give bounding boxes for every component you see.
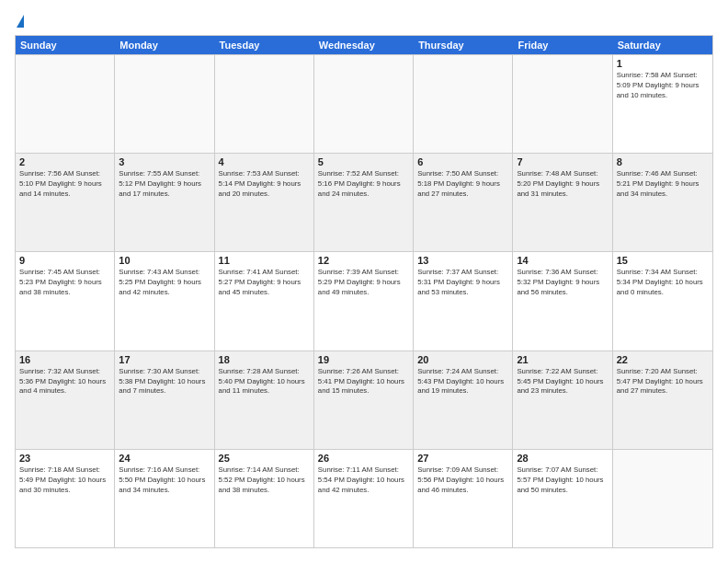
- day-info: Sunrise: 7:58 AM Sunset: 5:09 PM Dayligh…: [617, 71, 709, 101]
- calendar-cell: 8Sunrise: 7:46 AM Sunset: 5:21 PM Daylig…: [613, 154, 712, 251]
- day-number: 19: [318, 354, 409, 365]
- day-info: Sunrise: 7:16 AM Sunset: 5:50 PM Dayligh…: [119, 465, 210, 496]
- day-number: 26: [318, 453, 409, 464]
- calendar-cell: [613, 450, 712, 547]
- day-info: Sunrise: 7:53 AM Sunset: 5:14 PM Dayligh…: [219, 169, 310, 200]
- page: SundayMondayTuesdayWednesdayThursdayFrid…: [0, 0, 728, 563]
- day-info: Sunrise: 7:09 AM Sunset: 5:56 PM Dayligh…: [417, 465, 508, 496]
- calendar-cell: 25Sunrise: 7:14 AM Sunset: 5:52 PM Dayli…: [215, 450, 314, 547]
- calendar-cell: 21Sunrise: 7:22 AM Sunset: 5:45 PM Dayli…: [513, 351, 612, 449]
- day-info: Sunrise: 7:56 AM Sunset: 5:10 PM Dayligh…: [19, 169, 110, 200]
- day-info: Sunrise: 7:45 AM Sunset: 5:23 PM Dayligh…: [19, 268, 110, 298]
- day-number: 13: [417, 255, 508, 266]
- calendar-cell: 17Sunrise: 7:30 AM Sunset: 5:38 PM Dayli…: [115, 351, 214, 449]
- day-number: 3: [119, 156, 210, 167]
- day-info: Sunrise: 7:07 AM Sunset: 5:57 PM Dayligh…: [517, 465, 608, 496]
- day-info: Sunrise: 7:32 AM Sunset: 5:36 PM Dayligh…: [19, 367, 110, 397]
- weekday-header: Wednesday: [314, 36, 414, 54]
- calendar-cell: 23Sunrise: 7:18 AM Sunset: 5:49 PM Dayli…: [16, 450, 115, 547]
- calendar-cell: [215, 55, 314, 153]
- calendar-cell: [16, 55, 115, 153]
- day-number: 20: [417, 354, 508, 365]
- logo-triangle-icon: [17, 15, 24, 28]
- day-number: 16: [19, 354, 110, 365]
- day-info: Sunrise: 7:50 AM Sunset: 5:18 PM Dayligh…: [417, 169, 508, 200]
- day-number: 25: [219, 453, 310, 464]
- day-number: 4: [219, 156, 310, 167]
- day-number: 1: [617, 58, 709, 69]
- weekday-header: Friday: [513, 36, 612, 54]
- day-number: 27: [417, 453, 508, 464]
- calendar-cell: 14Sunrise: 7:36 AM Sunset: 5:32 PM Dayli…: [513, 252, 612, 350]
- calendar-cell: 20Sunrise: 7:24 AM Sunset: 5:43 PM Dayli…: [414, 351, 513, 449]
- calendar-cell: 2Sunrise: 7:56 AM Sunset: 5:10 PM Daylig…: [16, 154, 115, 251]
- calendar-cell: 6Sunrise: 7:50 AM Sunset: 5:18 PM Daylig…: [414, 154, 513, 251]
- day-info: Sunrise: 7:11 AM Sunset: 5:54 PM Dayligh…: [318, 465, 409, 496]
- calendar-cell: 19Sunrise: 7:26 AM Sunset: 5:41 PM Dayli…: [314, 351, 414, 449]
- weekday-header: Sunday: [16, 36, 115, 54]
- day-info: Sunrise: 7:28 AM Sunset: 5:40 PM Dayligh…: [219, 367, 310, 397]
- calendar-row: 1Sunrise: 7:58 AM Sunset: 5:09 PM Daylig…: [16, 54, 712, 153]
- calendar-cell: 15Sunrise: 7:34 AM Sunset: 5:34 PM Dayli…: [613, 252, 712, 350]
- calendar-cell: [314, 55, 414, 153]
- day-info: Sunrise: 7:24 AM Sunset: 5:43 PM Dayligh…: [417, 367, 508, 397]
- calendar-cell: 3Sunrise: 7:55 AM Sunset: 5:12 PM Daylig…: [115, 154, 214, 251]
- calendar-header: SundayMondayTuesdayWednesdayThursdayFrid…: [16, 36, 712, 54]
- day-info: Sunrise: 7:34 AM Sunset: 5:34 PM Dayligh…: [617, 268, 709, 298]
- calendar-cell: 10Sunrise: 7:43 AM Sunset: 5:25 PM Dayli…: [115, 252, 214, 350]
- calendar-cell: 22Sunrise: 7:20 AM Sunset: 5:47 PM Dayli…: [613, 351, 712, 449]
- calendar-cell: 18Sunrise: 7:28 AM Sunset: 5:40 PM Dayli…: [215, 351, 314, 449]
- day-info: Sunrise: 7:30 AM Sunset: 5:38 PM Dayligh…: [119, 367, 210, 397]
- day-number: 24: [119, 453, 210, 464]
- calendar-row: 23Sunrise: 7:18 AM Sunset: 5:49 PM Dayli…: [16, 449, 712, 547]
- day-number: 22: [617, 354, 709, 365]
- day-info: Sunrise: 7:46 AM Sunset: 5:21 PM Dayligh…: [617, 169, 709, 200]
- calendar-cell: 24Sunrise: 7:16 AM Sunset: 5:50 PM Dayli…: [115, 450, 214, 547]
- day-info: Sunrise: 7:39 AM Sunset: 5:29 PM Dayligh…: [318, 268, 409, 298]
- day-info: Sunrise: 7:55 AM Sunset: 5:12 PM Dayligh…: [119, 169, 210, 200]
- day-number: 14: [517, 255, 608, 266]
- day-number: 28: [517, 453, 608, 464]
- day-number: 10: [119, 255, 210, 266]
- calendar-row: 16Sunrise: 7:32 AM Sunset: 5:36 PM Dayli…: [16, 350, 712, 449]
- calendar-body: 1Sunrise: 7:58 AM Sunset: 5:09 PM Daylig…: [16, 54, 712, 547]
- logo: [15, 15, 24, 28]
- day-number: 6: [417, 156, 508, 167]
- weekday-header: Monday: [115, 36, 214, 54]
- day-number: 8: [617, 156, 709, 167]
- day-number: 7: [517, 156, 608, 167]
- day-number: 21: [517, 354, 608, 365]
- calendar-cell: 4Sunrise: 7:53 AM Sunset: 5:14 PM Daylig…: [215, 154, 314, 251]
- day-number: 2: [19, 156, 110, 167]
- weekday-header: Tuesday: [215, 36, 314, 54]
- header: [15, 15, 713, 28]
- calendar-cell: [414, 55, 513, 153]
- day-info: Sunrise: 7:14 AM Sunset: 5:52 PM Dayligh…: [219, 465, 310, 496]
- day-number: 18: [219, 354, 310, 365]
- day-number: 5: [318, 156, 409, 167]
- calendar-cell: 16Sunrise: 7:32 AM Sunset: 5:36 PM Dayli…: [16, 351, 115, 449]
- day-number: 17: [119, 354, 210, 365]
- calendar-cell: 7Sunrise: 7:48 AM Sunset: 5:20 PM Daylig…: [513, 154, 612, 251]
- day-number: 11: [219, 255, 310, 266]
- calendar-cell: 26Sunrise: 7:11 AM Sunset: 5:54 PM Dayli…: [314, 450, 414, 547]
- calendar-cell: 5Sunrise: 7:52 AM Sunset: 5:16 PM Daylig…: [314, 154, 414, 251]
- calendar-cell: [513, 55, 612, 153]
- day-info: Sunrise: 7:41 AM Sunset: 5:27 PM Dayligh…: [219, 268, 310, 298]
- day-number: 23: [19, 453, 110, 464]
- calendar-cell: 11Sunrise: 7:41 AM Sunset: 5:27 PM Dayli…: [215, 252, 314, 350]
- day-number: 15: [617, 255, 709, 266]
- calendar-cell: 12Sunrise: 7:39 AM Sunset: 5:29 PM Dayli…: [314, 252, 414, 350]
- day-number: 9: [19, 255, 110, 266]
- day-info: Sunrise: 7:18 AM Sunset: 5:49 PM Dayligh…: [19, 465, 110, 496]
- calendar-cell: 27Sunrise: 7:09 AM Sunset: 5:56 PM Dayli…: [414, 450, 513, 547]
- calendar-cell: [115, 55, 214, 153]
- calendar-row: 2Sunrise: 7:56 AM Sunset: 5:10 PM Daylig…: [16, 153, 712, 251]
- weekday-header: Thursday: [414, 36, 513, 54]
- day-number: 12: [318, 255, 409, 266]
- weekday-header: Saturday: [613, 36, 712, 54]
- day-info: Sunrise: 7:20 AM Sunset: 5:47 PM Dayligh…: [617, 367, 709, 397]
- day-info: Sunrise: 7:37 AM Sunset: 5:31 PM Dayligh…: [417, 268, 508, 298]
- calendar-row: 9Sunrise: 7:45 AM Sunset: 5:23 PM Daylig…: [16, 251, 712, 350]
- day-info: Sunrise: 7:43 AM Sunset: 5:25 PM Dayligh…: [119, 268, 210, 298]
